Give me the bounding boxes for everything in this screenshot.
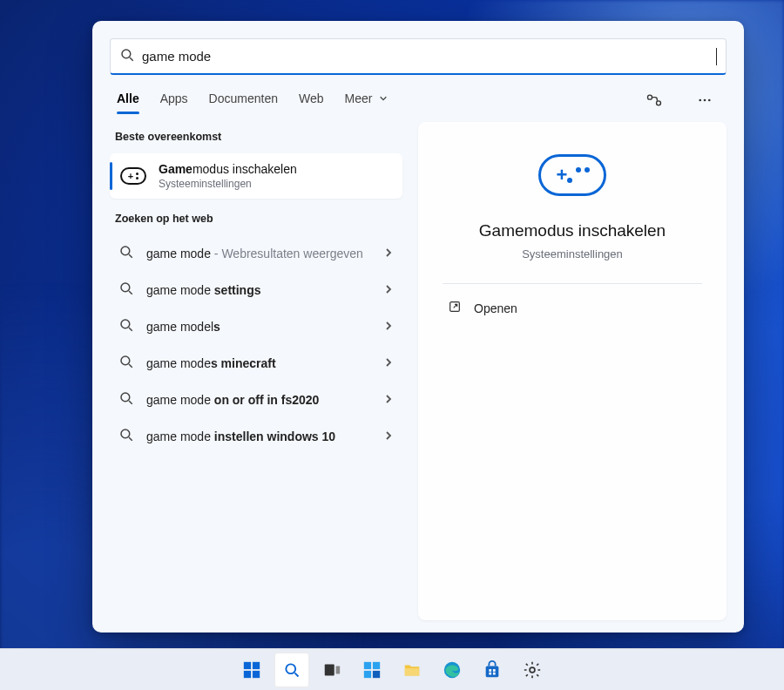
filter-tabs: Alle Apps Documenten Web Meer bbox=[110, 75, 727, 115]
search-input[interactable] bbox=[142, 49, 713, 64]
svg-point-3 bbox=[657, 101, 661, 105]
tab-more[interactable]: Meer bbox=[345, 86, 389, 114]
section-web-label: Zoeken op het web bbox=[110, 204, 402, 230]
web-result[interactable]: game mode instellen windows 10 bbox=[110, 418, 402, 455]
search-icon bbox=[118, 427, 134, 446]
taskbar-edge[interactable] bbox=[435, 653, 470, 687]
svg-rect-38 bbox=[489, 669, 491, 672]
taskbar-settings[interactable] bbox=[515, 653, 550, 687]
preview-open-label: Openen bbox=[474, 301, 517, 315]
web-result[interactable]: game mode on or off in fs2020 bbox=[110, 382, 402, 418]
search-icon bbox=[119, 47, 135, 66]
best-match-subtitle: Systeeminstellingen bbox=[159, 178, 297, 190]
svg-line-28 bbox=[294, 673, 298, 676]
chevron-down-icon bbox=[379, 91, 388, 105]
svg-rect-34 bbox=[373, 670, 380, 677]
chevron-right-icon bbox=[383, 282, 394, 298]
svg-point-5 bbox=[704, 99, 706, 102]
svg-line-18 bbox=[129, 437, 132, 441]
chevron-right-icon bbox=[383, 319, 394, 335]
svg-rect-33 bbox=[364, 670, 371, 677]
search-flyout: Alle Apps Documenten Web Meer Beste over… bbox=[92, 21, 744, 632]
open-external-icon bbox=[448, 300, 462, 316]
taskbar-search[interactable] bbox=[274, 653, 309, 687]
search-icon bbox=[118, 317, 134, 336]
results-list: Beste overeenkomst + Gamemodus inschakel… bbox=[110, 118, 402, 620]
best-match-result[interactable]: + Gamemodus inschakelen Systeeminstellin… bbox=[110, 153, 402, 199]
search-icon bbox=[118, 281, 134, 300]
more-options-button[interactable] bbox=[690, 85, 720, 115]
divider bbox=[443, 283, 702, 284]
taskbar bbox=[0, 648, 784, 690]
connect-device-button[interactable] bbox=[639, 85, 669, 115]
taskbar-widgets[interactable] bbox=[355, 653, 389, 687]
taskbar-store[interactable] bbox=[475, 653, 510, 687]
preview-gamemode-icon: + bbox=[535, 152, 610, 199]
web-result-text: game mode settings bbox=[146, 282, 371, 299]
preview-title: Gamemodus inschakelen bbox=[479, 221, 666, 240]
svg-rect-35 bbox=[405, 668, 420, 675]
svg-rect-24 bbox=[253, 661, 260, 668]
web-result[interactable]: game modes minecraft bbox=[110, 345, 402, 382]
svg-point-15 bbox=[121, 393, 130, 402]
web-result-text: game mode - Webresultaten weergeven bbox=[146, 246, 371, 262]
web-result-text: game mode instellen windows 10 bbox=[146, 429, 371, 445]
svg-point-4 bbox=[699, 99, 701, 102]
gamemode-icon: + bbox=[120, 167, 146, 185]
svg-rect-25 bbox=[244, 670, 251, 677]
chevron-right-icon bbox=[383, 429, 394, 444]
search-icon bbox=[118, 354, 134, 373]
svg-line-10 bbox=[129, 291, 132, 294]
svg-point-13 bbox=[121, 356, 130, 365]
text-caret bbox=[716, 48, 717, 65]
svg-point-7 bbox=[121, 247, 130, 255]
svg-point-0 bbox=[122, 50, 131, 58]
svg-rect-39 bbox=[493, 669, 496, 672]
tab-all[interactable]: Alle bbox=[117, 86, 139, 114]
svg-rect-32 bbox=[373, 661, 380, 668]
taskbar-start[interactable] bbox=[234, 653, 269, 687]
svg-point-27 bbox=[286, 664, 295, 673]
web-result-text: game mode on or off in fs2020 bbox=[146, 392, 371, 409]
preview-pane: + Gamemodus inschakelen Systeeminstellin… bbox=[418, 122, 727, 620]
web-result-text: game modes minecraft bbox=[146, 355, 371, 372]
svg-rect-29 bbox=[325, 664, 335, 675]
taskbar-taskview[interactable] bbox=[314, 653, 349, 687]
web-result[interactable]: game mode settings bbox=[110, 272, 402, 308]
section-best-match-label: Beste overeenkomst bbox=[110, 122, 402, 148]
svg-line-1 bbox=[130, 58, 133, 61]
svg-point-11 bbox=[121, 320, 130, 328]
svg-rect-23 bbox=[244, 661, 251, 668]
chevron-right-icon bbox=[383, 355, 394, 371]
search-icon bbox=[118, 244, 134, 263]
taskbar-explorer[interactable] bbox=[395, 653, 429, 687]
svg-point-17 bbox=[121, 430, 130, 438]
best-match-title: Gamemodus inschakelen bbox=[159, 162, 297, 176]
svg-rect-30 bbox=[336, 666, 341, 673]
svg-line-8 bbox=[129, 254, 132, 258]
svg-point-42 bbox=[530, 667, 535, 673]
svg-point-2 bbox=[648, 95, 652, 99]
svg-point-6 bbox=[708, 99, 711, 102]
svg-rect-26 bbox=[253, 670, 260, 677]
svg-rect-37 bbox=[486, 666, 499, 677]
svg-rect-40 bbox=[489, 672, 491, 674]
tab-apps[interactable]: Apps bbox=[160, 86, 188, 114]
web-result[interactable]: game models bbox=[110, 308, 402, 345]
web-result-text: game models bbox=[146, 319, 371, 335]
tab-documents[interactable]: Documenten bbox=[209, 86, 278, 114]
search-icon bbox=[118, 390, 134, 409]
preview-open-action[interactable]: Openen bbox=[443, 289, 702, 327]
web-result[interactable]: game mode - Webresultaten weergeven bbox=[110, 235, 402, 272]
chevron-right-icon bbox=[383, 246, 394, 261]
chevron-right-icon bbox=[383, 392, 394, 408]
tab-web[interactable]: Web bbox=[299, 86, 324, 114]
svg-point-9 bbox=[121, 283, 130, 292]
svg-rect-41 bbox=[493, 672, 496, 674]
tab-more-label: Meer bbox=[345, 91, 373, 105]
svg-line-14 bbox=[129, 364, 132, 368]
svg-line-16 bbox=[129, 401, 132, 404]
svg-line-12 bbox=[129, 328, 132, 331]
svg-rect-31 bbox=[364, 661, 371, 668]
search-box[interactable] bbox=[110, 38, 727, 75]
